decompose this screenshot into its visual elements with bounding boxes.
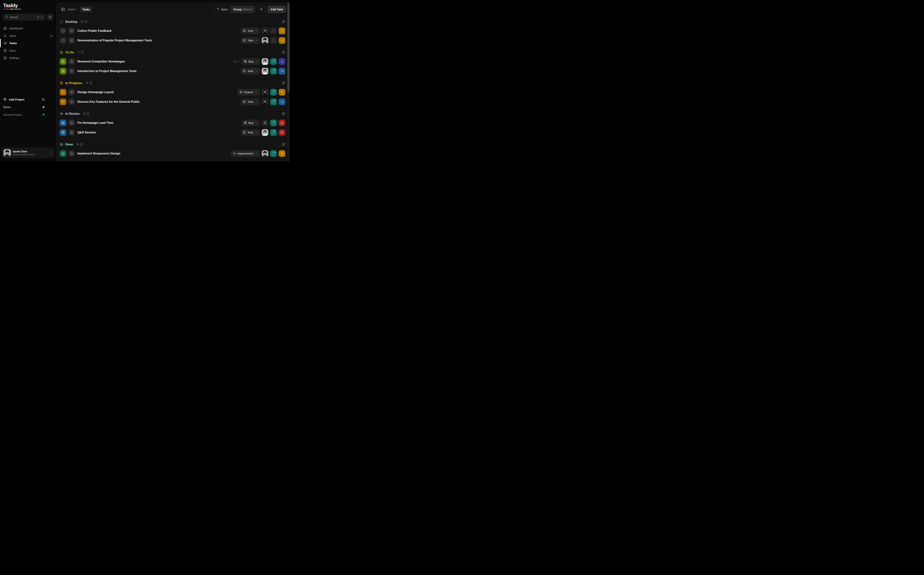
arrow-right-button[interactable] xyxy=(279,68,285,75)
users-icon[interactable] xyxy=(41,98,45,101)
arrow-up-button[interactable] xyxy=(279,37,285,44)
type-dropdown[interactable]: Feature xyxy=(237,89,260,95)
section-add-task-button[interactable] xyxy=(282,51,285,54)
priority-hexagon-button[interactable]: 4 xyxy=(68,58,75,65)
sidebar-item-settings[interactable]: Settings xyxy=(0,54,57,62)
progress-ring-button[interactable] xyxy=(270,37,277,44)
arrow-up-button[interactable] xyxy=(279,89,285,95)
assignee-avatar[interactable] xyxy=(262,98,268,105)
sidebar-item-inbox[interactable]: Inbox23 xyxy=(0,32,57,39)
breadcrumb-project[interactable]: Demo xyxy=(68,8,75,11)
type-dropdown[interactable]: Task xyxy=(241,37,260,44)
project-item-demo[interactable]: Demo xyxy=(0,103,57,111)
feather-icon xyxy=(239,91,243,94)
priority-hexagon-button[interactable]: 2 xyxy=(68,129,75,136)
priority-hexagon-button[interactable]: 2 xyxy=(68,27,75,34)
priority-hexagon-button[interactable]: 1 xyxy=(68,37,75,44)
add-task-button[interactable]: Add Task xyxy=(268,6,286,13)
ai-sparkle-button[interactable] xyxy=(257,6,265,13)
priority-hexagon-button[interactable]: 5 xyxy=(68,150,75,157)
task-status-circle-dot-button[interactable] xyxy=(60,58,66,65)
task-row[interactable]: 4Fix Homepage Load TimeBug xyxy=(57,118,287,128)
task-status-clock-quarter-button[interactable] xyxy=(60,98,66,105)
kebab-menu-icon[interactable] xyxy=(49,151,52,154)
assignee-avatar[interactable] xyxy=(262,37,268,44)
type-dropdown[interactable]: Bug xyxy=(241,58,260,65)
task-row[interactable]: 1Demonstration of Popular Project Manage… xyxy=(57,36,287,45)
add-project-button[interactable]: Add Project xyxy=(0,96,57,103)
assignee-avatar[interactable] xyxy=(262,150,268,157)
task-row[interactable]: 2Q&A SessionTask xyxy=(57,128,287,137)
type-dropdown[interactable]: Task xyxy=(241,27,260,34)
type-dropdown[interactable]: Improvement xyxy=(231,150,260,157)
octagon-alert-button[interactable] xyxy=(279,129,285,136)
progress-ring-button[interactable] xyxy=(270,98,277,105)
arrow-up-button[interactable] xyxy=(279,27,285,34)
sidebar-item-label: Docs xyxy=(9,49,16,52)
priority-hexagon-button[interactable]: 3 xyxy=(68,89,75,95)
main-header: Demo Tasks Open Group [Status] Add Task xyxy=(57,3,290,16)
project-item-second-project[interactable]: Second Project xyxy=(0,111,57,118)
taskly-app: Taskly ⌘ + k DashboardInbox23TasksDocsSe… xyxy=(0,0,290,161)
assignee-avatar[interactable] xyxy=(262,129,268,136)
progress-ring-button[interactable] xyxy=(270,27,277,34)
task-status-eye-button[interactable] xyxy=(60,129,66,136)
assignee-avatar[interactable] xyxy=(262,27,268,34)
task-row[interactable]: 5Implement Responsive DesignImprovement xyxy=(57,149,287,158)
task-row[interactable]: 3Design Homepage LayoutFeature xyxy=(57,87,287,97)
priority-hexagon-button[interactable]: 4 xyxy=(68,119,75,126)
section-add-task-button[interactable] xyxy=(282,143,285,146)
octagon-alert-button[interactable] xyxy=(279,119,285,126)
section-add-task-button[interactable] xyxy=(282,20,285,24)
task-row[interactable]: 3Introduction to Project Management Tool… xyxy=(57,66,287,76)
task-row[interactable]: 4Research Competitor Homepages2Bug xyxy=(57,57,287,66)
priority-hexagon-button[interactable]: 3 xyxy=(68,98,75,105)
section-add-task-button[interactable] xyxy=(282,81,285,85)
sidebar-item-dashboard[interactable]: Dashboard xyxy=(0,25,57,32)
priority-hexagon-button[interactable]: 3 xyxy=(68,68,75,75)
quick-add-button[interactable] xyxy=(47,14,53,21)
sidebar-item-tasks[interactable]: Tasks xyxy=(0,39,57,47)
type-label: Task xyxy=(248,39,253,42)
assignee-avatar[interactable] xyxy=(262,89,268,95)
group-by-button[interactable]: Group [Status] xyxy=(231,6,255,13)
scrollbar-thumb[interactable] xyxy=(287,3,290,92)
arrow-up-button[interactable] xyxy=(279,150,285,157)
type-dropdown[interactable]: Task xyxy=(241,98,260,105)
section-count: 5 xyxy=(77,143,79,146)
task-status-dashed-circle-button[interactable] xyxy=(60,37,66,44)
assignee-avatar[interactable] xyxy=(262,68,268,75)
progress-ring-button[interactable] xyxy=(270,89,277,95)
task-row[interactable]: 2Collect Public FeedbackTask xyxy=(57,26,287,36)
progress-ring-button[interactable] xyxy=(270,150,277,157)
sidebar-toggle-icon[interactable] xyxy=(61,7,65,11)
arrow-right-button[interactable] xyxy=(279,98,285,105)
search-input[interactable] xyxy=(10,16,26,19)
type-dropdown[interactable]: Task xyxy=(241,68,260,75)
scrollbar-track[interactable] xyxy=(287,3,290,161)
task-status-circle-dot-button[interactable] xyxy=(60,68,66,75)
breadcrumb-page[interactable]: Tasks xyxy=(80,6,92,12)
section-add-task-button[interactable] xyxy=(282,112,285,116)
assignee-unassigned-button[interactable] xyxy=(262,119,268,126)
priority-number: 2 xyxy=(71,30,72,32)
task-status-clock-quarter-button[interactable] xyxy=(60,89,66,95)
arrow-down-button[interactable] xyxy=(279,58,285,65)
task-status-check-circle-button[interactable] xyxy=(60,150,66,157)
user-profile-card[interactable]: Sarah Chen sarah.chen@acmetech.... xyxy=(2,148,55,158)
type-dropdown[interactable]: Task xyxy=(241,129,260,136)
progress-ring-button[interactable] xyxy=(270,58,277,65)
filter-open-button[interactable]: Open xyxy=(214,6,231,13)
comment-count[interactable]: 2 xyxy=(233,60,239,63)
progress-ring-button[interactable] xyxy=(270,68,277,75)
progress-ring-button[interactable] xyxy=(270,119,277,126)
progress-ring-button[interactable] xyxy=(270,129,277,136)
task-row[interactable]: 3Discuss Key Features for the General Pu… xyxy=(57,97,287,106)
search-input-wrap[interactable]: ⌘ + k xyxy=(3,14,46,21)
assignee-avatar[interactable] xyxy=(262,58,268,65)
task-status-eye-button[interactable] xyxy=(60,119,66,126)
main-panel: Demo Tasks Open Group [Status] Add Task xyxy=(57,3,290,161)
sidebar-item-docs[interactable]: Docs xyxy=(0,47,57,54)
type-dropdown[interactable]: Bug xyxy=(241,119,260,126)
task-status-dashed-circle-button[interactable] xyxy=(60,27,66,34)
